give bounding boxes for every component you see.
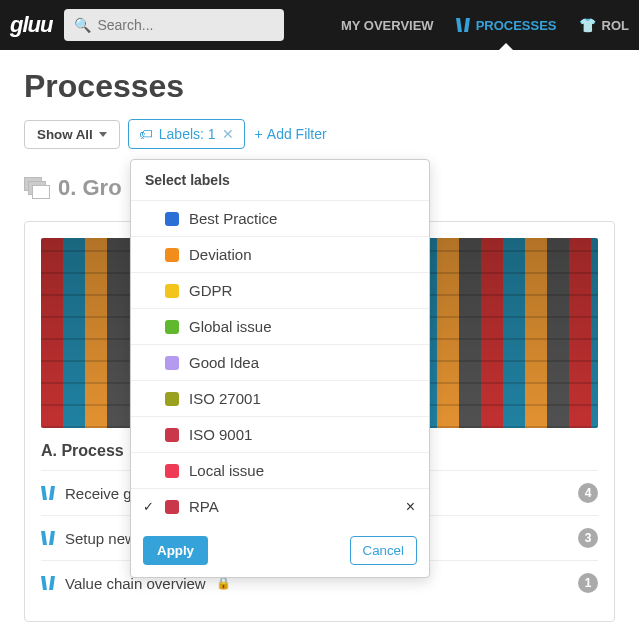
- label-swatch: [165, 284, 179, 298]
- label-option[interactable]: Deviation: [131, 236, 429, 272]
- add-filter-link[interactable]: + Add Filter: [255, 126, 327, 142]
- label-option[interactable]: Best Practice: [131, 200, 429, 236]
- label-name: Global issue: [189, 318, 272, 335]
- top-bar: gluu 🔍 MY OVERVIEW PROCESSES 👕 ROL: [0, 0, 639, 50]
- label-option[interactable]: Local issue: [131, 452, 429, 488]
- brand-logo: gluu: [10, 12, 52, 38]
- group-title: 0. Gro: [58, 175, 122, 201]
- labels-popover: Select labels Best PracticeDeviationGDPR…: [130, 159, 430, 578]
- label-swatch: [165, 356, 179, 370]
- nav-roles[interactable]: 👕 ROL: [579, 0, 629, 50]
- tshirt-icon: 👕: [579, 17, 596, 33]
- label-list: Best PracticeDeviationGDPRGlobal issueGo…: [131, 200, 429, 524]
- page-title: Processes: [24, 68, 615, 105]
- label-option[interactable]: Good Idea: [131, 344, 429, 380]
- label-swatch: [165, 464, 179, 478]
- label-name: Deviation: [189, 246, 252, 263]
- remove-labels-filter-icon[interactable]: ✕: [222, 126, 234, 142]
- label-name: Good Idea: [189, 354, 259, 371]
- show-all-button[interactable]: Show All: [24, 120, 120, 149]
- road-icon: [456, 18, 470, 32]
- search-box[interactable]: 🔍: [64, 9, 284, 41]
- label-name: ISO 27001: [189, 390, 261, 407]
- road-icon: [41, 576, 55, 590]
- nav-my-overview[interactable]: MY OVERVIEW: [341, 0, 434, 50]
- nav-label: MY OVERVIEW: [341, 18, 434, 33]
- add-filter-label: Add Filter: [267, 126, 327, 142]
- label-option[interactable]: ✓RPA×: [131, 488, 429, 524]
- label-swatch: [165, 248, 179, 262]
- remove-label-icon[interactable]: ×: [406, 499, 415, 515]
- label-name: GDPR: [189, 282, 232, 299]
- label-swatch: [165, 212, 179, 226]
- process-count: 4: [578, 483, 598, 503]
- label-swatch: [165, 392, 179, 406]
- labels-chip-text: Labels: 1: [159, 126, 216, 142]
- stack-icon: [24, 177, 48, 199]
- lock-icon: 🔒: [216, 576, 231, 590]
- label-swatch: [165, 500, 179, 514]
- road-icon: [41, 486, 55, 500]
- process-count: 3: [578, 528, 598, 548]
- filter-bar: Show All 🏷 Labels: 1 ✕ + Add Filter Sele…: [24, 119, 615, 149]
- label-option[interactable]: ISO 27001: [131, 380, 429, 416]
- label-swatch: [165, 428, 179, 442]
- search-input[interactable]: [97, 17, 274, 33]
- main-nav: MY OVERVIEW PROCESSES 👕 ROL: [341, 0, 629, 50]
- plus-icon: +: [255, 126, 263, 142]
- check-icon: ✓: [143, 499, 154, 514]
- tag-icon: 🏷: [139, 126, 153, 142]
- label-swatch: [165, 320, 179, 334]
- popover-title: Select labels: [131, 160, 429, 200]
- process-count: 1: [578, 573, 598, 593]
- cancel-button[interactable]: Cancel: [350, 536, 418, 565]
- nav-label: ROL: [602, 18, 629, 33]
- label-name: ISO 9001: [189, 426, 252, 443]
- apply-button[interactable]: Apply: [143, 536, 208, 565]
- label-name: Best Practice: [189, 210, 277, 227]
- road-icon: [41, 531, 55, 545]
- label-option[interactable]: Global issue: [131, 308, 429, 344]
- show-all-label: Show All: [37, 127, 93, 142]
- nav-processes[interactable]: PROCESSES: [456, 0, 557, 50]
- label-option[interactable]: GDPR: [131, 272, 429, 308]
- nav-label: PROCESSES: [476, 18, 557, 33]
- label-option[interactable]: ISO 9001: [131, 416, 429, 452]
- search-icon: 🔍: [74, 17, 91, 33]
- label-name: Local issue: [189, 462, 264, 479]
- label-name: RPA: [189, 498, 219, 515]
- labels-filter-chip[interactable]: 🏷 Labels: 1 ✕: [128, 119, 245, 149]
